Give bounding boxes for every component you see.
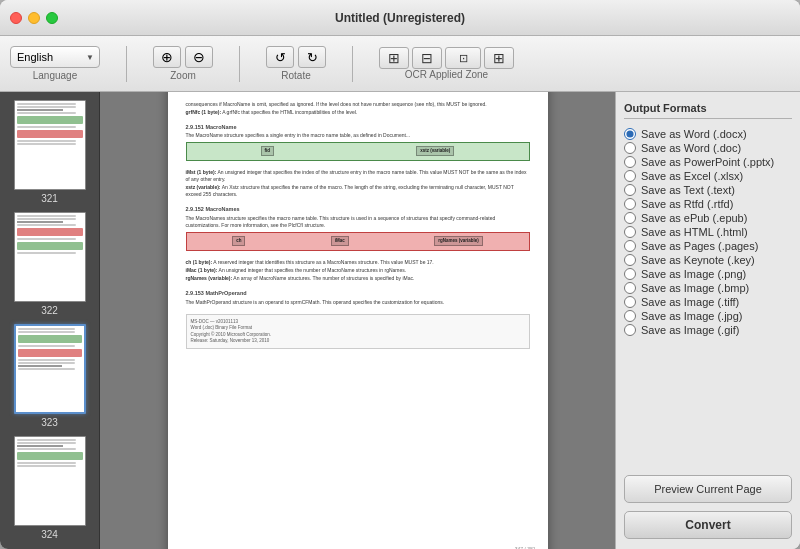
- thumb-img-323: [14, 324, 86, 414]
- format-option-png[interactable]: Save as Image (.png): [624, 267, 792, 281]
- format-label-tiff: Save as Image (.tiff): [641, 296, 739, 308]
- format-label-rtfd: Save as Rtfd (.rtfd): [641, 198, 733, 210]
- preview-button[interactable]: Preview Current Page: [624, 475, 792, 503]
- format-option-docx[interactable]: Save as Word (.docx): [624, 127, 792, 141]
- page-thumb-324[interactable]: 324: [10, 436, 90, 540]
- radio-png[interactable]: [624, 268, 636, 280]
- ocr-zone-group: ⊞ ⊟ ⊡ ⊞ OCR Applied Zone: [379, 47, 514, 80]
- doc-section-intro: consequences if MacroName is omit, speci…: [186, 101, 530, 116]
- format-option-rtfd[interactable]: Save as Rtfd (.rtfd): [624, 197, 792, 211]
- format-option-pages[interactable]: Save as Pages (.pages): [624, 239, 792, 253]
- format-option-epub[interactable]: Save as ePub (.epub): [624, 211, 792, 225]
- doc-section-2133: 2.9.153 MathPrOperand The MathPrOperand …: [186, 290, 530, 306]
- radio-txt[interactable]: [624, 184, 636, 196]
- radio-tiff[interactable]: [624, 296, 636, 308]
- doc-section-field-descriptions-1: iMst (1 byte): An unsigned integer that …: [186, 169, 530, 198]
- ocr-btn-1[interactable]: ⊞: [379, 47, 409, 69]
- format-option-bmp[interactable]: Save as Image (.bmp): [624, 281, 792, 295]
- main-content: 321 322: [0, 92, 800, 549]
- rotate-controls: ↺ ↻: [266, 46, 326, 68]
- language-controls: English: [10, 46, 100, 68]
- page-thumb-321[interactable]: 321: [10, 100, 90, 204]
- language-select[interactable]: English: [10, 46, 100, 68]
- radio-epub[interactable]: [624, 212, 636, 224]
- rotate-group: ↺ ↻ Rotate: [266, 46, 326, 81]
- zoom-group: ⊕ ⊖ Zoom: [153, 46, 213, 81]
- format-label-jpg: Save as Image (.jpg): [641, 310, 743, 322]
- ocr-btn-4[interactable]: ⊞: [484, 47, 514, 69]
- format-label-txt: Save as Text (.text): [641, 184, 735, 196]
- format-label-pages: Save as Pages (.pages): [641, 240, 758, 252]
- convert-button[interactable]: Convert: [624, 511, 792, 539]
- format-option-tiff[interactable]: Save as Image (.tiff): [624, 295, 792, 309]
- format-option-txt[interactable]: Save as Text (.text): [624, 183, 792, 197]
- radio-rtfd[interactable]: [624, 198, 636, 210]
- language-group: English Language: [10, 46, 100, 81]
- ocr-zone-controls: ⊞ ⊟ ⊡ ⊞: [379, 47, 514, 69]
- thumb-img-322: [14, 212, 86, 302]
- close-button[interactable]: [10, 12, 22, 24]
- radio-jpg[interactable]: [624, 310, 636, 322]
- radio-doc[interactable]: [624, 142, 636, 154]
- sidebar: 321 322: [0, 92, 100, 549]
- toolbar: English Language ⊕ ⊖ Zoom ↺ ↻ Rotate: [0, 36, 800, 92]
- output-formats-label: Output Formats: [624, 102, 792, 119]
- format-option-xlsx[interactable]: Save as Excel (.xlsx): [624, 169, 792, 183]
- thumb-img-321: [14, 100, 86, 190]
- zoom-out-button[interactable]: ⊖: [185, 46, 213, 68]
- format-label-bmp: Save as Image (.bmp): [641, 282, 749, 294]
- sep-3: [352, 46, 353, 82]
- thumb-label-321: 321: [41, 193, 58, 204]
- rotate-left-button[interactable]: ↺: [266, 46, 294, 68]
- format-option-gif[interactable]: Save as Image (.gif): [624, 323, 792, 337]
- format-label-docx: Save as Word (.docx): [641, 128, 747, 140]
- format-label-gif: Save as Image (.gif): [641, 324, 739, 336]
- format-option-html[interactable]: Save as HTML (.html): [624, 225, 792, 239]
- thumb-label-323: 323: [41, 417, 58, 428]
- rotate-right-button[interactable]: ↻: [298, 46, 326, 68]
- thumb-label-322: 322: [41, 305, 58, 316]
- format-option-doc[interactable]: Save as Word (.doc): [624, 141, 792, 155]
- titlebar: Untitled (Unregistered): [0, 0, 800, 36]
- doc-section-field-descriptions-2: ch (1 byte): A reserved integer that ide…: [186, 259, 530, 282]
- doc-section-2132: 2.9.152 MacroNames The MacroNames struct…: [186, 206, 530, 251]
- radio-key[interactable]: [624, 254, 636, 266]
- format-label-pptx: Save as PowerPoint (.pptx): [641, 156, 774, 168]
- rotate-label: Rotate: [281, 70, 310, 81]
- document-viewer: consequences if MacroName is omit, speci…: [100, 92, 615, 549]
- window-title: Untitled (Unregistered): [335, 11, 465, 25]
- language-select-wrapper[interactable]: English: [10, 46, 100, 68]
- radio-html[interactable]: [624, 226, 636, 238]
- radio-xlsx[interactable]: [624, 170, 636, 182]
- traffic-lights: [10, 12, 58, 24]
- format-label-epub: Save as ePub (.epub): [641, 212, 747, 224]
- zoom-in-button[interactable]: ⊕: [153, 46, 181, 68]
- ocr-btn-2[interactable]: ⊟: [412, 47, 442, 69]
- format-label-doc: Save as Word (.doc): [641, 142, 741, 154]
- radio-pages[interactable]: [624, 240, 636, 252]
- zoom-label: Zoom: [170, 70, 196, 81]
- ocr-zone-label: OCR Applied Zone: [405, 69, 488, 80]
- radio-bmp[interactable]: [624, 282, 636, 294]
- ocr-btn-3[interactable]: ⊡: [445, 47, 481, 69]
- main-window: Untitled (Unregistered) English Language…: [0, 0, 800, 549]
- sep-2: [239, 46, 240, 82]
- format-label-key: Save as Keynote (.key): [641, 254, 755, 266]
- maximize-button[interactable]: [46, 12, 58, 24]
- page-thumb-322[interactable]: 322: [10, 212, 90, 316]
- radio-docx[interactable]: [624, 128, 636, 140]
- doc-footer: MS-DOC — v20101113 Word (.doc) Binary Fi…: [186, 314, 530, 349]
- sep-1: [126, 46, 127, 82]
- format-option-key[interactable]: Save as Keynote (.key): [624, 253, 792, 267]
- minimize-button[interactable]: [28, 12, 40, 24]
- format-option-pptx[interactable]: Save as PowerPoint (.pptx): [624, 155, 792, 169]
- radio-gif[interactable]: [624, 324, 636, 336]
- format-label-html: Save as HTML (.html): [641, 226, 748, 238]
- red-table-1: ch iMac rgNames (variable): [186, 232, 530, 251]
- language-label: Language: [33, 70, 78, 81]
- radio-pptx[interactable]: [624, 156, 636, 168]
- format-option-jpg[interactable]: Save as Image (.jpg): [624, 309, 792, 323]
- format-label-png: Save as Image (.png): [641, 268, 746, 280]
- page-thumb-323[interactable]: 323: [10, 324, 90, 428]
- zoom-controls: ⊕ ⊖: [153, 46, 213, 68]
